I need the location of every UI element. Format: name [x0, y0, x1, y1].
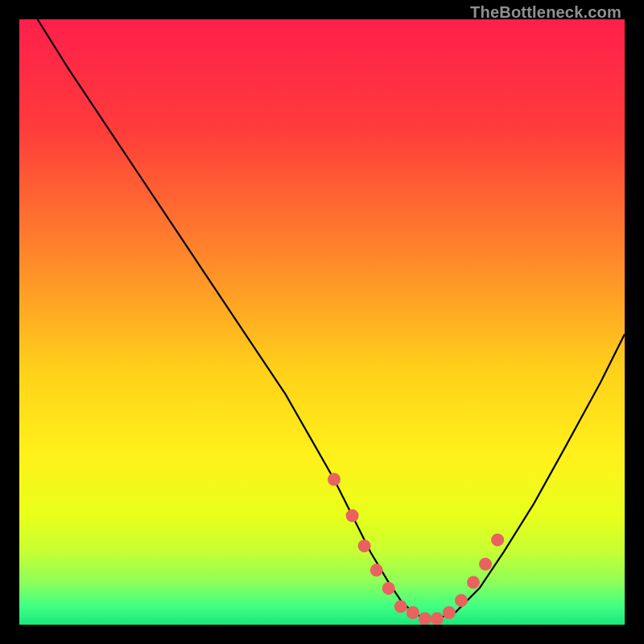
gradient-background [19, 19, 625, 625]
watermark-text: TheBottleneck.com [470, 3, 621, 22]
marker-dot [407, 606, 419, 619]
marker-dot [419, 613, 431, 625]
marker-dot [455, 594, 468, 607]
marker-dot [394, 600, 407, 613]
marker-dot [467, 576, 480, 588]
marker-dot [491, 534, 504, 547]
marker-dot [358, 539, 371, 552]
marker-dot [431, 613, 444, 625]
marker-dot [382, 582, 395, 595]
marker-dot [346, 510, 359, 522]
marker-dot [479, 558, 492, 571]
marker-dot [328, 473, 341, 486]
chart-frame [19, 19, 625, 625]
marker-dot [443, 606, 456, 619]
chart-svg [19, 19, 625, 625]
marker-dot [370, 564, 383, 576]
